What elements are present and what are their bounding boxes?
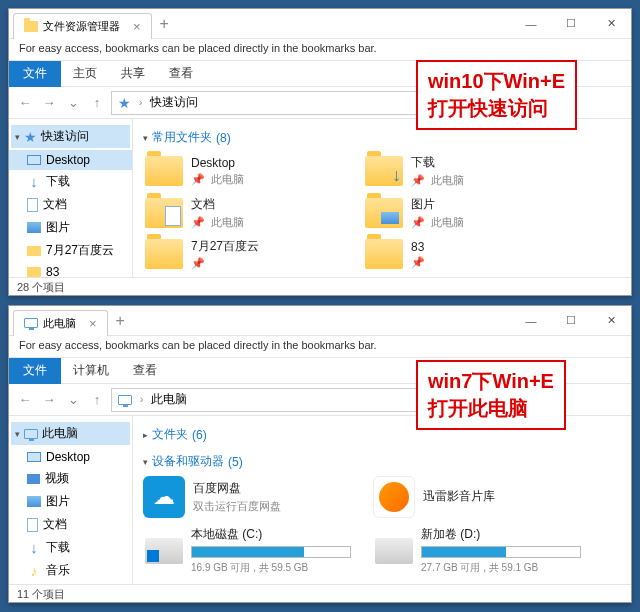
section-devices[interactable]: ▾ 设备和驱动器 (5) [143,449,621,476]
folder-icon [365,156,403,186]
content-pane: ▸ 文件夹 (6) ▾ 设备和驱动器 (5) ☁百度网盘双击运行百度网盘迅雷影音… [133,416,631,584]
menu-view[interactable]: 查看 [121,358,169,383]
sidebar-item-label: 视频 [45,470,69,487]
section-title: 常用文件夹 [152,129,212,146]
folder-item[interactable]: 文档📌此电脑 [143,194,343,232]
menu-home[interactable]: 主页 [61,61,109,86]
drive-item[interactable]: 新加卷 (D:)27.7 GB 可用 , 共 59.1 GB [373,524,583,577]
item-location: 📌 [411,256,425,269]
pc-icon [24,318,38,328]
folder-icon [24,21,38,32]
sidebar-item[interactable]: ♪音乐 [9,559,132,582]
nav-pane: ▾ 此电脑 Desktop视频图片文档↓下载♪音乐本地磁盘 (C:) [9,416,133,584]
browser-tab[interactable]: 此电脑 × [13,310,108,336]
sidebar-item[interactable]: 7月27百度云 [9,239,132,262]
item-name: 迅雷影音片库 [423,488,495,505]
chevron-right-icon: › [140,394,143,405]
annotation-win7: win7下Win+E 打开此电脑 [416,360,566,430]
nav-dropdown-button[interactable]: ⌄ [63,390,83,410]
sidebar-item[interactable]: 文档 [9,513,132,536]
close-button[interactable]: ✕ [591,306,631,336]
menu-share[interactable]: 共享 [109,61,157,86]
content-pane: ▾ 常用文件夹 (8) Desktop📌此电脑下载📌此电脑文档📌此电脑图片📌此电… [133,119,631,277]
sidebar-quickaccess-header[interactable]: ▾ ★ 快速访问 [11,125,130,148]
annotation-line2: 打开此电脑 [428,395,554,422]
sidebar-item[interactable]: Desktop [9,150,132,170]
sidebar-item[interactable]: 视频 [9,467,132,490]
close-button[interactable]: ✕ [591,9,631,39]
sidebar-item[interactable]: ↓下载 [9,536,132,559]
menu-file[interactable]: 文件 [9,358,61,384]
app-icon [373,476,415,518]
item-name: 83 [411,240,425,254]
nav-fwd-button[interactable]: → [39,93,59,113]
sidebar-thispc-header[interactable]: ▾ 此电脑 [11,422,130,445]
sidebar-item[interactable]: ↓下载 [9,170,132,193]
maximize-button[interactable]: ☐ [551,306,591,336]
new-tab-button[interactable]: + [108,312,133,330]
app-item[interactable]: 迅雷影音片库 [373,476,583,518]
pc-icon [118,395,132,405]
tab-title: 此电脑 [43,316,76,331]
menu-view[interactable]: 查看 [157,61,205,86]
sidebar-item-label: 83 [46,265,59,277]
item-name: 图片 [411,196,464,213]
nav-dropdown-button[interactable]: ⌄ [63,93,83,113]
drive-item[interactable]: 本地磁盘 (C:)16.9 GB 可用 , 共 59.5 GB [143,524,353,577]
folder-item[interactable]: 7月27百度云📌 [143,236,343,272]
collapse-icon: ▾ [143,457,148,467]
menu-file[interactable]: 文件 [9,61,61,87]
app-item[interactable]: ☁百度网盘双击运行百度网盘 [143,476,353,518]
item-name: 7月27百度云 [191,238,259,255]
nav-pane: ▾ ★ 快速访问 Desktop↓下载文档图片7月27百度云83726 [9,119,133,277]
status-bar: 28 个项目 [9,277,631,295]
sidebar-item[interactable]: 图片 [9,216,132,239]
explorer-window-quickaccess: 文件资源管理器 × + — ☐ ✕ For easy access, bookm… [8,8,632,296]
close-tab-icon[interactable]: × [89,316,97,331]
expand-icon: ▾ [15,429,20,439]
drive-icon [375,538,413,564]
folder-item[interactable]: 图片📌此电脑 [363,194,563,232]
new-tab-button[interactable]: + [152,15,177,33]
drive-usage-bar [191,546,351,558]
status-bar: 11 个项目 [9,584,631,602]
menu-computer[interactable]: 计算机 [61,358,121,383]
nav-fwd-button[interactable]: → [39,390,59,410]
pin-icon: 📌 [191,257,205,270]
nav-up-button[interactable]: ↑ [87,390,107,410]
folder-icon [365,239,403,269]
pc-icon [24,429,38,439]
nav-back-button[interactable]: ← [15,390,35,410]
quickaccess-star-icon: ★ [118,95,131,111]
annotation-win10: win10下Win+E 打开快速访问 [416,60,577,130]
titlebar: 此电脑 × + — ☐ ✕ [9,306,631,336]
close-tab-icon[interactable]: × [133,19,141,34]
drive-info: 27.7 GB 可用 , 共 59.1 GB [421,561,581,575]
window-controls: — ☐ ✕ [511,9,631,39]
folder-icon [145,239,183,269]
nav-up-button[interactable]: ↑ [87,93,107,113]
sidebar-item[interactable]: Desktop [9,447,132,467]
item-name: Desktop [191,156,244,170]
sidebar-item[interactable]: 83 [9,262,132,277]
folder-icon [365,198,403,228]
sidebar-item-label: Desktop [46,450,90,464]
folder-icon [145,198,183,228]
nav-back-button[interactable]: ← [15,93,35,113]
folder-item[interactable]: Desktop📌此电脑 [143,152,343,190]
pin-icon: 📌 [411,256,425,269]
chevron-right-icon: › [139,97,142,108]
folder-item[interactable]: 83📌 [363,236,563,272]
expand-icon: ▾ [15,132,20,142]
maximize-button[interactable]: ☐ [551,9,591,39]
sidebar-item-label: 下载 [46,173,70,190]
minimize-button[interactable]: — [511,306,551,336]
sidebar-item[interactable]: 文档 [9,193,132,216]
folder-item[interactable]: 下载📌此电脑 [363,152,563,190]
sidebar-item-label: 文档 [43,516,67,533]
sidebar-item[interactable]: 图片 [9,490,132,513]
annotation-line1: win10下Win+E [428,68,565,95]
browser-tab[interactable]: 文件资源管理器 × [13,13,152,39]
item-location: 📌此电脑 [191,172,244,187]
minimize-button[interactable]: — [511,9,551,39]
